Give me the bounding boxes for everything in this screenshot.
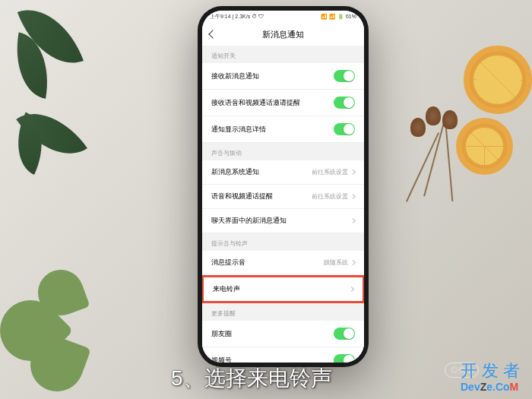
chevron-right-icon [350, 194, 356, 199]
status-right: 📶 📶 🔋 61% [321, 14, 356, 20]
status-left: 上午9:14 | 2.3K/s ⏱ 🛡 [210, 13, 264, 21]
row-value: 前往系统设置 [312, 192, 348, 201]
section-header-switch: 通知开关 [202, 46, 364, 63]
brand-en: DevZe.CoM [461, 381, 524, 393]
step-caption: 5、选择来电铃声 [171, 364, 332, 393]
row-label: 通知显示消息详情 [211, 125, 266, 135]
background-citrus [448, 46, 532, 198]
row-label: 接收新消息通知 [211, 71, 259, 81]
row-label: 聊天界面中的新消息通知 [211, 216, 287, 226]
chevron-right-icon [349, 287, 354, 292]
row-label: 视频号 [211, 356, 232, 363]
section-header-more: 更多提醒 [202, 303, 364, 321]
row-new-message-system[interactable]: 新消息系统通知 前往系统设置 [202, 160, 364, 185]
row-channels[interactable]: 视频号 [202, 347, 364, 363]
back-icon[interactable] [208, 30, 217, 38]
page-title: 新消息通知 [262, 29, 304, 40]
row-label: 语音和视频通话提醒 [211, 192, 273, 201]
row-show-message-detail[interactable]: 通知显示消息详情 [202, 116, 364, 143]
brand-logo: 开发者 DevZe.CoM [461, 359, 524, 393]
settings-content: 通知开关 接收新消息通知 接收语音和视频通话邀请提醒 通知显示消息详情 声音与振… [202, 46, 364, 363]
section-header-vibration: 声音与振动 [202, 143, 364, 160]
background-plant [0, 270, 106, 399]
row-receive-call-invite[interactable]: 接收语音和视频通话邀请提醒 [202, 90, 364, 116]
row-chat-new-message[interactable]: 聊天界面中的新消息通知 [202, 209, 364, 233]
row-label: 接收语音和视频通话邀请提醒 [211, 98, 300, 108]
toggle-switch[interactable] [334, 354, 355, 363]
chevron-right-icon [350, 218, 356, 223]
brand-cn: 开发者 [461, 359, 524, 382]
row-label: 来电铃声 [213, 284, 240, 294]
row-label: 新消息系统通知 [211, 167, 259, 177]
row-receive-new-message[interactable]: 接收新消息通知 [202, 63, 364, 90]
toggle-switch[interactable] [334, 123, 355, 135]
row-moments[interactable]: 朋友圈 [202, 321, 364, 347]
row-label: 朋友圈 [211, 329, 232, 339]
phone-frame: 上午9:14 | 2.3K/s ⏱ 🛡 📶 📶 🔋 61% 新消息通知 通知开关… [198, 6, 369, 367]
row-label: 消息提示音 [211, 258, 245, 268]
row-message-sound[interactable]: 消息提示音 跟随系统 [202, 251, 364, 275]
chevron-right-icon [350, 169, 356, 175]
chevron-right-icon [350, 260, 356, 265]
status-bar: 上午9:14 | 2.3K/s ⏱ 🛡 📶 📶 🔋 61% [202, 11, 364, 23]
row-value: 跟随系统 [324, 258, 348, 267]
phone-screen: 上午9:14 | 2.3K/s ⏱ 🛡 📶 📶 🔋 61% 新消息通知 通知开关… [202, 11, 364, 363]
toggle-switch[interactable] [334, 70, 355, 82]
background-flowers [410, 99, 486, 251]
section-header-sound: 提示音与铃声 [202, 233, 364, 251]
toggle-switch[interactable] [334, 328, 355, 340]
row-incoming-ringtone[interactable]: 来电铃声 [202, 275, 364, 303]
nav-bar: 新消息通知 [202, 23, 364, 46]
toggle-switch[interactable] [334, 97, 355, 109]
row-value: 前往系统设置 [312, 168, 348, 176]
background-leaves [0, 0, 129, 213]
row-voice-video-remind[interactable]: 语音和视频通话提醒 前往系统设置 [202, 185, 364, 209]
